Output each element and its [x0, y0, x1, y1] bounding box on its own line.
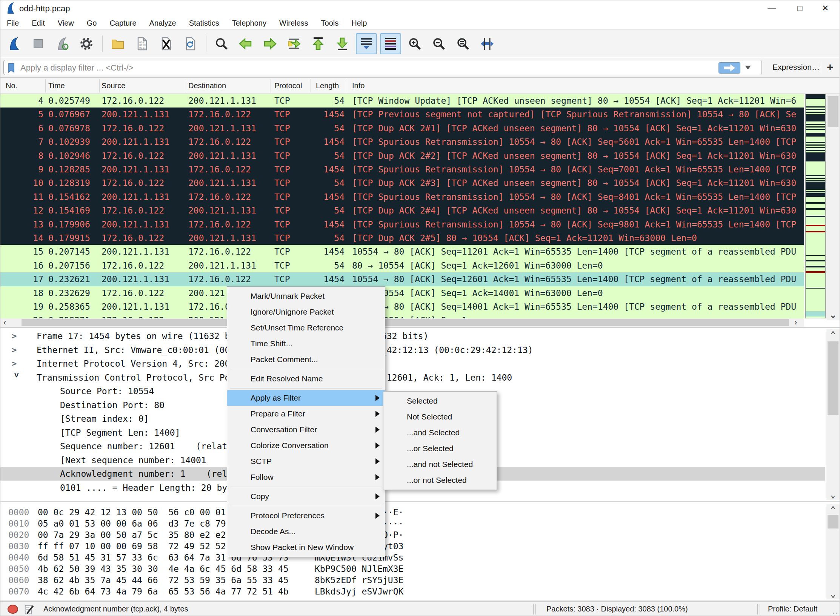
menu-item-time-shift[interactable]: Time Shift... — [227, 336, 385, 352]
menu-item-prepare-a-filter[interactable]: Prepare a Filter — [227, 406, 385, 422]
filter-history-dropdown[interactable] — [745, 66, 751, 69]
hex-row[interactable]: 0030ff ff 07 10 00 00 69 58 72 49 52 52 … — [0, 541, 823, 552]
colorize-packets-icon[interactable] — [380, 33, 401, 54]
menu-item-colorize-conversation[interactable]: Colorize Conversation — [227, 438, 385, 453]
expand-chevron-icon[interactable]: > — [12, 329, 22, 343]
packet-row[interactable]: 80.102946172.16.0.122200.121.1.131TCP54[… — [0, 149, 804, 163]
menu-item-copy[interactable]: Copy — [227, 488, 385, 504]
column-divider[interactable] — [99, 79, 100, 92]
column-divider[interactable] — [45, 79, 46, 92]
packet-list-header[interactable]: No.TimeSourceDestinationProtocolLengthIn… — [0, 78, 840, 94]
close-button[interactable]: ✕ — [813, 0, 837, 16]
menu-telephony[interactable]: Telephony — [226, 16, 273, 30]
menu-analyze[interactable]: Analyze — [143, 16, 183, 30]
menu-item-packet-comment[interactable]: Packet Comment... — [227, 352, 385, 367]
packet-row[interactable]: 40.025749172.16.0.122200.121.1.131TCP54[… — [0, 94, 804, 108]
packet-row[interactable]: 170.232621200.121.1.131172.16.0.122TCP14… — [0, 272, 804, 286]
column-header-time[interactable]: Time — [48, 78, 65, 94]
start-capture-icon[interactable] — [3, 33, 25, 54]
hex-row[interactable]: 006038 62 4b 35 7a 45 44 66 72 53 59 35 … — [0, 575, 823, 586]
menu-item-sctp[interactable]: SCTP — [227, 453, 385, 469]
display-filter-input[interactable]: Apply a display filter ... <Ctrl-/> — [3, 60, 762, 75]
intelligent-scrollbar-minimap[interactable] — [805, 94, 826, 318]
column-divider[interactable] — [271, 79, 271, 92]
menu-item-follow[interactable]: Follow — [227, 469, 385, 485]
submenu-item-selected[interactable]: Selected — [383, 393, 497, 409]
hex-vscrollbar[interactable]: ⌃ ⌄ — [826, 504, 840, 599]
menu-item-decode-as[interactable]: Decode As... — [227, 524, 385, 539]
details-vscrollbar[interactable]: ⌃ ⌄ — [826, 329, 840, 500]
submenu-item-or-selected[interactable]: ...or Selected — [383, 441, 497, 456]
menu-capture[interactable]: Capture — [103, 16, 143, 30]
column-header-destination[interactable]: Destination — [188, 78, 226, 94]
packet-row[interactable]: 110.154162200.121.1.131172.16.0.122TCP14… — [0, 190, 804, 204]
packet-row[interactable]: 120.154169172.16.0.122200.121.1.131TCP54… — [0, 204, 804, 218]
hex-row[interactable]: 002000 7a 29 3a 00 50 a7 5c 35 80 e2 e2 … — [0, 529, 823, 541]
scroll-up-arrow[interactable]: ⌃ — [826, 504, 840, 515]
packet-list-hscrollbar[interactable]: ‹ › — [0, 318, 804, 327]
scrollbar-thumb[interactable] — [828, 96, 838, 127]
go-forward-icon[interactable] — [259, 33, 280, 54]
menu-tools[interactable]: Tools — [315, 16, 345, 30]
packet-row[interactable]: 70.102939200.121.1.131172.16.0.122TCP145… — [0, 135, 804, 149]
hex-row[interactable]: 001005 a0 01 53 00 00 6a 06 d3 7e c8 79 … — [0, 518, 823, 529]
scroll-down-arrow[interactable]: ⌄ — [826, 310, 840, 320]
profile-status[interactable]: Profile: Default — [768, 605, 817, 613]
close-file-icon[interactable] — [155, 33, 177, 54]
packet-row[interactable]: 130.179906200.121.1.131172.16.0.122TCP14… — [0, 218, 804, 232]
scrollbar-thumb[interactable] — [22, 319, 789, 326]
packet-row[interactable]: 60.076978172.16.0.122200.121.1.131TCP54[… — [0, 121, 804, 135]
packet-row[interactable]: 90.128285200.121.1.131172.16.0.122TCP145… — [0, 163, 804, 177]
detail-row[interactable]: >Transmission Control Protocol, Src Port… — [0, 371, 825, 384]
hex-row[interactable]: 00504b 62 50 39 43 35 30 30 4e 4a 6c 45 … — [0, 563, 823, 575]
column-divider[interactable] — [311, 79, 311, 92]
minimize-button[interactable]: — — [760, 0, 784, 16]
expression-button[interactable]: Expression… — [772, 63, 820, 72]
go-first-packet-icon[interactable] — [308, 33, 329, 54]
column-header-protocol[interactable]: Protocol — [274, 78, 302, 94]
packet-row[interactable]: 100.128319172.16.0.122200.121.1.131TCP54… — [0, 176, 804, 190]
packet-row[interactable]: 190.258365200.121.1.131172.16.0.122TCP14… — [0, 300, 804, 314]
go-to-packet-icon[interactable] — [283, 33, 305, 54]
menu-help[interactable]: Help — [345, 16, 373, 30]
menu-item-apply-as-filter[interactable]: Apply as Filter — [227, 390, 385, 406]
open-file-icon[interactable] — [107, 33, 128, 54]
hex-row[interactable]: 00704c 42 6b 64 73 4a 79 6a 65 53 56 4a … — [0, 586, 823, 597]
submenu-item-and-not-selected[interactable]: ...and not Selected — [383, 456, 497, 472]
capture-options-icon[interactable] — [76, 33, 97, 54]
save-file-icon[interactable]: 010101100111 — [131, 33, 152, 54]
scroll-right-arrow[interactable]: › — [794, 318, 797, 327]
maximize-button[interactable]: □ — [788, 0, 812, 16]
scrollbar-thumb[interactable] — [828, 515, 838, 528]
reload-file-icon[interactable] — [180, 33, 201, 54]
menu-go[interactable]: Go — [80, 16, 103, 30]
column-header-info[interactable]: Info — [352, 78, 365, 94]
bookmark-icon[interactable] — [6, 63, 17, 73]
column-header-length[interactable]: Length — [316, 78, 339, 94]
column-header-source[interactable]: Source — [102, 78, 125, 94]
menu-item-conversation-filter[interactable]: Conversation Filter — [227, 422, 385, 438]
column-header-no[interactable]: No. — [6, 78, 17, 94]
packet-row[interactable]: 50.076967200.121.1.131172.16.0.122TCP145… — [0, 108, 804, 121]
packet-row[interactable]: 140.179915172.16.0.122200.121.1.131TCP54… — [0, 231, 804, 245]
expand-chevron-icon[interactable]: > — [12, 343, 22, 357]
column-divider[interactable] — [347, 79, 347, 92]
menu-item-show-packet-in-new-window[interactable]: Show Packet in New Window — [227, 539, 385, 555]
menu-item-mark-unmark-packet[interactable]: Mark/Unmark Packet — [227, 288, 385, 304]
menu-view[interactable]: View — [51, 16, 80, 30]
menu-item-edit-resolved-name[interactable]: Edit Resolved Name — [227, 371, 385, 387]
detail-row[interactable]: >Frame 17: 1454 bytes on wire (11632 bit… — [0, 329, 825, 343]
zoom-100-icon[interactable] — [452, 33, 474, 54]
scroll-up-arrow[interactable]: ⌃ — [826, 329, 840, 340]
menu-edit[interactable]: Edit — [25, 16, 51, 30]
stop-capture-icon[interactable] — [28, 33, 49, 54]
zoom-out-icon[interactable] — [428, 33, 449, 54]
scrollbar-thumb[interactable] — [828, 341, 838, 415]
menu-item-set-unset-time-reference[interactable]: Set/Unset Time Reference — [227, 320, 385, 336]
zoom-in-icon[interactable] — [404, 33, 425, 54]
packet-row[interactable]: 150.207145200.121.1.131172.16.0.122TCP14… — [0, 245, 804, 259]
scroll-left-arrow[interactable]: ‹ — [3, 318, 6, 327]
detail-row[interactable]: >Internet Protocol Version 4, Src: 200.1… — [0, 357, 825, 370]
go-back-icon[interactable] — [235, 33, 256, 54]
scroll-down-arrow[interactable]: ⌄ — [826, 489, 840, 500]
